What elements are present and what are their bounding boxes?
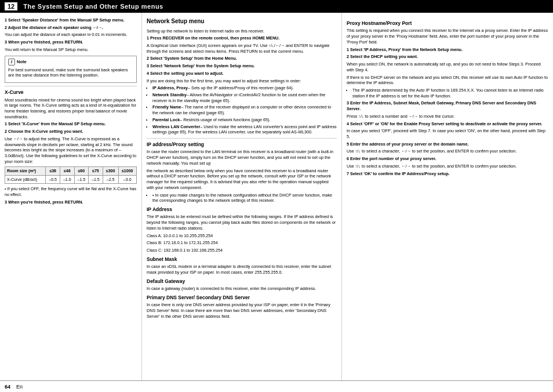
- right-column: Proxy Hostname/Proxy Port This setting i…: [342, 13, 553, 380]
- list-item: Friendly Name– The name of the receiver …: [152, 104, 337, 115]
- step1-speaker: 1 Select 'Speaker Distance' from the Man…: [5, 17, 137, 23]
- header-number: 12: [5, 2, 17, 10]
- right-step4-title: 4 Select 'OFF' or 'ON' for the Enable Pr…: [347, 121, 548, 127]
- default-gw-body: In case a gateway (router) is connected …: [147, 286, 337, 292]
- left-column: 1 Select 'Speaker Distance' from the Man…: [0, 13, 142, 380]
- step3-speaker: 3 When you're finished, press RETURN.: [5, 39, 137, 45]
- list-item: Wireless LAN Converter– Used to make the…: [152, 124, 337, 135]
- network-bullet-list: IP Address, Proxy– Sets up the IP addres…: [147, 85, 337, 135]
- xcurve-intro: Most soundtracks mixed for cinema sound …: [5, 97, 137, 120]
- note-box: i Note For best surround sound, make sur…: [5, 56, 137, 83]
- xcurve-step2-body: Use ←/→ to adjust the setting. The X-Cur…: [5, 136, 137, 165]
- xcurve-col-1000: ≤1000: [118, 167, 137, 175]
- right-step6-title: 6 Enter the port number of your proxy se…: [347, 156, 548, 162]
- dns-body: In case there is only one DNS server add…: [147, 302, 337, 319]
- table-row: X-Curve (dB/oct) –0.5 –1.0 –1.5 –1.5 –2.…: [5, 175, 137, 183]
- net-step1: 1 Press RECEIVER on the remote control, …: [147, 35, 337, 41]
- footer-page-number: 64: [5, 384, 10, 390]
- footer-bar: 64 En: [0, 380, 553, 392]
- header-title: The System Setup and Other Setup menus: [23, 3, 163, 10]
- subnet-title: Subnet Mask: [147, 256, 337, 263]
- xcurve-col-room: Room size (m²): [5, 167, 46, 175]
- xcurve-val-36: –0.5: [46, 175, 60, 183]
- header-bar: 12 The System Setup and Other Setup menu…: [0, 0, 553, 13]
- xcurve-step2: 2 Choose the X-Curve setting you want.: [5, 129, 137, 135]
- ip-proxy-cont: the network as described below only when…: [147, 168, 337, 191]
- ip-class-a: Class A: 10.0.0.1 to 10.255.255.254: [147, 233, 337, 239]
- step2-speaker: 2 Adjust the distance of each speaker us…: [5, 25, 137, 31]
- right-step6-body: Use ↑/↓ to select a character, ←/→ to se…: [347, 164, 548, 169]
- xcurve-row-label: X-Curve (dB/oct): [5, 175, 46, 183]
- right-bullet-list: The IP address determined by the Auto IP…: [347, 88, 548, 99]
- ip-proxy-title: IP address/Proxy setting: [147, 141, 337, 148]
- mid-column: Network Setup menu Setting up the networ…: [142, 13, 342, 380]
- ip-class-b: Class B: 172.16.0.1 to 172.31.255.254: [147, 240, 337, 246]
- net-step4: 4 Select the setting you want to adjust.: [147, 71, 337, 77]
- mid-divider: [147, 138, 337, 139]
- right-step7-title: 7 Select 'OK' to confirm the IP Address/…: [347, 171, 548, 177]
- xcurve-step1: 1 Select 'X-Curve' from the Manual SP Se…: [5, 121, 137, 127]
- right-step1: 1 Select 'IP Address, Proxy' from the Ne…: [347, 47, 548, 53]
- xcurve-step3: 3 When you're finished, press RETURN.: [5, 199, 137, 205]
- xcurve-val-1000: –3.0: [118, 175, 137, 183]
- list-item: Network Standby– Allows the AVNavigator …: [152, 92, 337, 103]
- right-step5-body: Use ↑/↓ to select a character, ←/→ to se…: [347, 148, 548, 154]
- ip-address-body: The IP address to be entered must be def…: [147, 214, 337, 231]
- xcurve-off-note: • If you select OFF, the frequency curve…: [5, 186, 137, 197]
- step3-body: You will return to the Manual SP Setup m…: [5, 47, 137, 53]
- step2-body: You can adjust the distance of each spea…: [5, 32, 137, 38]
- right-step2-body: When you select ON, the network is autom…: [347, 61, 548, 72]
- ip-address-title: IP Address: [147, 206, 337, 213]
- right-step2b-body: If there is no DHCP server on the networ…: [347, 75, 548, 86]
- net-step4-body: If you are doing this for the first time…: [147, 78, 337, 84]
- net-step1-body: A Graphical User Interface (GUI) screen …: [147, 43, 337, 54]
- note-title: i Note: [8, 59, 133, 66]
- right-step4-body: In case you select 'OFF', proceed with S…: [347, 128, 548, 139]
- proxy-intro: This setting is required when you connec…: [347, 28, 548, 45]
- proxy-hostname-title: Proxy Hostname/Proxy Port: [347, 20, 548, 27]
- note-icon: i: [8, 59, 15, 66]
- net-step3: 3 Select 'Network Setup' from the System…: [147, 63, 337, 69]
- list-item: IP Address, Proxy– Sets up the IP addres…: [152, 85, 337, 91]
- xcurve-val-300: –2.5: [103, 175, 118, 183]
- xcurve-col-60: ≤60: [74, 167, 89, 175]
- xcurve-val-75: –1.5: [89, 175, 103, 183]
- net-step2: 2 Select 'System Setup' from the Home Me…: [147, 56, 337, 61]
- ip-proxy-note-list: • In case you make changes to the networ…: [147, 193, 337, 204]
- network-intro: Setting up the network to listen to Inte…: [147, 28, 337, 34]
- right-step3-title: 3 Enter the IP Address, Subnet Mask, Def…: [347, 100, 548, 111]
- note-body: For best surround sound, make sure the s…: [8, 67, 133, 78]
- right-step3-body: Press ↑/↓ to select a number and ←/→ to …: [347, 114, 548, 119]
- xcurve-col-300: ≤300: [103, 167, 118, 175]
- right-step2: 2 Select the DHCP setting you want.: [347, 54, 548, 60]
- ip-proxy-intro: In case the router connected to the LAN …: [147, 149, 337, 166]
- main-content: 1 Select 'Speaker Distance' from the Man…: [0, 13, 553, 380]
- xcurve-val-60: –1.5: [74, 175, 89, 183]
- subnet-body: In case an xDSL modem or a terminal adap…: [147, 264, 337, 275]
- xcurve-val-48: –1.0: [60, 175, 74, 183]
- xcurve-col-48: ≤48: [60, 167, 74, 175]
- xcurve-table: Room size (m²) ≤36 ≤48 ≤60 ≤75 ≤300 ≤100…: [5, 166, 137, 184]
- dns-title: Primary DNS Server/ Secondary DNS Server: [147, 295, 337, 301]
- xcurve-col-75: ≤75: [89, 167, 103, 175]
- xcurve-title: X-Curve: [5, 89, 137, 96]
- speaker-distance-section: 1 Select 'Speaker Distance' from the Man…: [5, 17, 137, 53]
- default-gw-title: Default Gateway: [147, 278, 337, 285]
- footer-language: En: [16, 384, 23, 390]
- list-item: Parental Lock– Restricts usage of networ…: [152, 117, 337, 123]
- right-step5-title: 5 Enter the address of your proxy server…: [347, 141, 548, 147]
- xcurve-col-36: ≤36: [46, 167, 60, 175]
- list-item: The IP address determined by the Auto IP…: [352, 88, 548, 99]
- network-setup-title: Network Setup menu: [147, 17, 337, 26]
- ip-class-c: Class C: 192.168.0.1 to 192.168.255.254: [147, 248, 337, 253]
- list-item: • In case you make changes to the networ…: [152, 193, 337, 204]
- divider-xcurve: [5, 86, 137, 86]
